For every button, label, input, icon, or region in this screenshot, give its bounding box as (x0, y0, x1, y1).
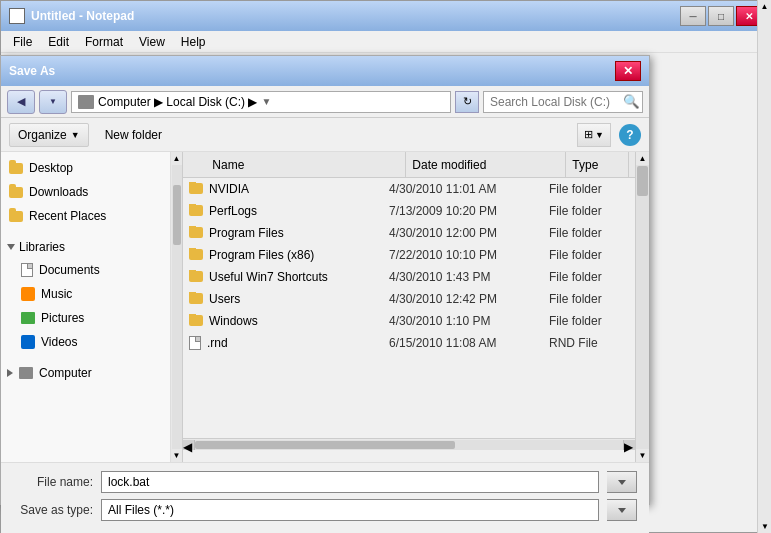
help-button[interactable]: ? (619, 124, 641, 146)
new-folder-button[interactable]: New folder (97, 123, 170, 147)
file-name-cell: NVIDIA (189, 182, 389, 196)
dialog-close-button[interactable]: ✕ (615, 61, 641, 81)
dialog-title: Save As (9, 64, 55, 78)
file-type-cell: File folder (549, 270, 629, 284)
file-date-cell: 4/30/2010 1:10 PM (389, 314, 549, 328)
nav-item-music-label: Music (41, 287, 72, 301)
menu-format[interactable]: Format (77, 33, 131, 51)
file-list-area: Name Date modified Type NVIDIA 4/30/2010… (183, 152, 635, 462)
nav-item-videos-label: Videos (41, 335, 77, 349)
computer-section: Computer (1, 362, 170, 384)
savetype-row: Save as type: (13, 499, 637, 521)
view-button[interactable]: ⊞ ▼ (577, 123, 611, 147)
filename-dropdown-arrow (618, 480, 626, 485)
address-path-text: Computer ▶ Local Disk (C:) ▶ (98, 95, 257, 109)
savetype-dropdown-arrow (618, 508, 626, 513)
h-scroll-right[interactable]: ▶ (623, 440, 635, 450)
file-date-cell: 4/30/2010 12:42 PM (389, 292, 549, 306)
file-list-scrollbar[interactable]: ▲ ▼ (635, 152, 649, 462)
nav-scroll-down[interactable]: ▼ (171, 449, 183, 462)
computer-label: Computer (39, 366, 92, 380)
table-row[interactable]: Program Files 4/30/2010 12:00 PM File fo… (183, 222, 635, 244)
main-scroll-up[interactable]: ▲ (758, 0, 771, 13)
file-type-cell: File folder (549, 292, 629, 306)
filename-label: File name: (13, 475, 93, 489)
nav-item-documents[interactable]: Documents (1, 258, 170, 282)
computer-header[interactable]: Computer (1, 362, 170, 384)
file-scroll-up[interactable]: ▲ (636, 152, 649, 165)
menu-file[interactable]: File (5, 33, 40, 51)
libraries-expand-icon (7, 244, 15, 250)
file-type-cell: File folder (549, 314, 629, 328)
table-row[interactable]: Users 4/30/2010 12:42 PM File folder (183, 288, 635, 310)
music-icon (21, 287, 35, 301)
table-row[interactable]: .rnd 6/15/2010 11:08 AM RND File (183, 332, 635, 354)
view-arrow-icon: ▼ (595, 130, 604, 140)
main-scrollbar[interactable]: ▲ ▼ (757, 0, 771, 533)
nav-scroll-thumb (173, 185, 181, 245)
address-path-arrow: ▼ (261, 96, 271, 107)
search-input[interactable] (483, 91, 643, 113)
table-row[interactable]: PerfLogs 7/13/2009 10:20 PM File folder (183, 200, 635, 222)
file-scroll-track (636, 165, 649, 449)
search-wrapper: 🔍 (483, 91, 643, 113)
file-scroll-down[interactable]: ▼ (636, 449, 649, 462)
file-name-cell: .rnd (189, 336, 389, 350)
organize-button[interactable]: Organize ▼ (9, 123, 89, 147)
h-scroll-left[interactable]: ◀ (183, 440, 195, 450)
file-name-cell: Program Files (189, 226, 389, 240)
table-row[interactable]: Program Files (x86) 7/22/2010 10:10 PM F… (183, 244, 635, 266)
file-date-cell: 4/30/2010 12:00 PM (389, 226, 549, 240)
organize-arrow-icon: ▼ (71, 130, 80, 140)
file-name: Useful Win7 Shortcuts (209, 270, 328, 284)
libraries-header[interactable]: Libraries (1, 236, 170, 258)
search-button[interactable]: 🔍 (621, 92, 641, 112)
notepad-maximize-button[interactable]: □ (708, 6, 734, 26)
file-name-cell: Users (189, 292, 389, 306)
nav-item-recent[interactable]: Recent Places (1, 204, 170, 228)
file-type-cell: File folder (549, 248, 629, 262)
col-header-name[interactable]: Name (206, 152, 406, 178)
column-headers: Name Date modified Type (206, 152, 629, 178)
save-as-dialog: Save As ✕ ◀ ▼ Computer ▶ Local Disk (C:)… (0, 55, 650, 505)
col-header-type[interactable]: Type (566, 152, 629, 178)
file-folder-icon (189, 205, 203, 216)
menu-view[interactable]: View (131, 33, 173, 51)
file-date-cell: 7/13/2009 10:20 PM (389, 204, 549, 218)
col-header-date[interactable]: Date modified (406, 152, 566, 178)
videos-icon (21, 335, 35, 349)
table-row[interactable]: NVIDIA 4/30/2010 11:01 AM File folder (183, 178, 635, 200)
table-row[interactable]: Windows 4/30/2010 1:10 PM File folder (183, 310, 635, 332)
file-folder-icon (189, 183, 203, 194)
file-date-cell: 7/22/2010 10:10 PM (389, 248, 549, 262)
nav-panel: Desktop Downloads Recent Places Librarie… (1, 152, 171, 462)
notepad-minimize-button[interactable]: ─ (680, 6, 706, 26)
nav-scrollbar[interactable]: ▲ ▼ (171, 152, 183, 462)
menu-edit[interactable]: Edit (40, 33, 77, 51)
file-type-cell: RND File (549, 336, 629, 350)
notepad-title-text: Untitled - Notepad (31, 9, 134, 23)
savetype-dropdown[interactable] (607, 499, 637, 521)
menu-help[interactable]: Help (173, 33, 214, 51)
file-folder-icon (189, 293, 203, 304)
down-button[interactable]: ▼ (39, 90, 67, 114)
computer-expand-icon (7, 369, 13, 377)
nav-item-videos[interactable]: Videos (1, 330, 170, 354)
refresh-button[interactable]: ↻ (455, 91, 479, 113)
savetype-input[interactable] (101, 499, 599, 521)
nav-item-downloads[interactable]: Downloads (1, 180, 170, 204)
recent-folder-icon (9, 211, 23, 222)
organize-label: Organize (18, 128, 67, 142)
main-scroll-down[interactable]: ▼ (758, 520, 771, 533)
filename-input[interactable] (101, 471, 599, 493)
notepad-title: Untitled - Notepad (9, 8, 134, 24)
file-type-cell: File folder (549, 226, 629, 240)
nav-item-desktop[interactable]: Desktop (1, 156, 170, 180)
nav-item-music[interactable]: Music (1, 282, 170, 306)
nav-scroll-up[interactable]: ▲ (171, 152, 183, 165)
nav-item-pictures[interactable]: Pictures (1, 306, 170, 330)
table-row[interactable]: Useful Win7 Shortcuts 4/30/2010 1:43 PM … (183, 266, 635, 288)
dialog-titlebar: Save As ✕ (1, 56, 649, 86)
filename-dropdown[interactable] (607, 471, 637, 493)
back-button[interactable]: ◀ (7, 90, 35, 114)
